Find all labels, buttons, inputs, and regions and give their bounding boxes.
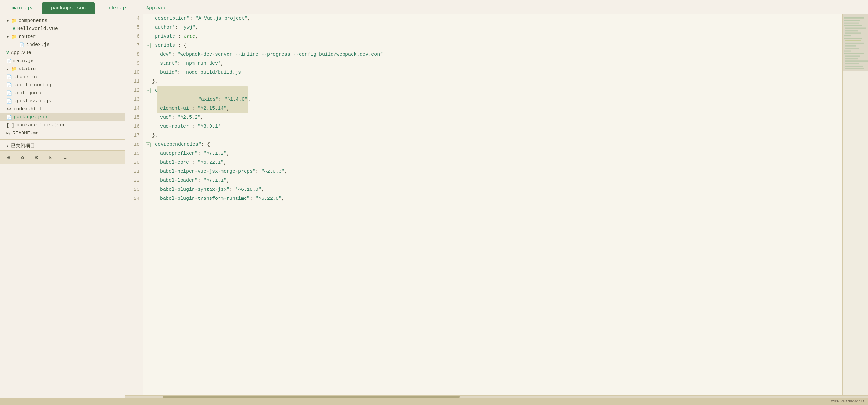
chevron-down-icon: ▾ <box>6 34 9 39</box>
code-line-17: }, <box>146 131 840 140</box>
router-label: router <box>18 34 36 39</box>
file-icon: 📄 <box>6 82 12 88</box>
line-num-13: 13 <box>128 95 140 104</box>
sidebar-toolbar-git[interactable]: ♻ <box>18 153 27 162</box>
line-num-6: 6 <box>128 32 140 41</box>
helloworld-label: HelloWorld.vue <box>18 26 58 31</box>
json-file-icon: [ ] <box>6 123 14 128</box>
code-line-24: "babel-plugin-transform-runtime": "^6.22… <box>146 194 840 203</box>
babelrc-label: .babelrc <box>14 74 37 80</box>
line-num-12: 12 <box>128 86 140 95</box>
sidebar-item-package-lock[interactable]: [ ] package-lock.json <box>0 121 125 129</box>
indent-guide <box>146 196 152 201</box>
line-num-10: 10 <box>128 68 140 77</box>
line-num-18: 18 <box>128 140 140 149</box>
line-num-15: 15 <box>128 113 140 122</box>
code-line-4: "description": "A Vue.js project", <box>146 14 840 23</box>
line-num-24: 24 <box>128 194 140 203</box>
router-index-label: index.js <box>26 42 50 48</box>
code-line-21: "babel-helper-vue-jsx-merge-props": "^2.… <box>146 167 840 176</box>
indent-guide <box>146 97 152 102</box>
minimap <box>842 14 868 395</box>
postcssrc-label: .postcssrc.js <box>14 98 52 104</box>
tab-bar: main.js package.json index.js App.vue <box>0 0 868 14</box>
status-bar: CSDN @Kiddddddlt <box>0 398 868 405</box>
sidebar-item-helloworld[interactable]: V HelloWorld.vue <box>0 25 125 33</box>
sidebar-toolbar-file[interactable]: ⊞ <box>4 153 13 162</box>
tab-index-js[interactable]: index.js <box>95 2 136 14</box>
line-num-22: 22 <box>128 176 140 185</box>
fold-button-12[interactable]: − <box>146 88 151 93</box>
code-line-19: "autoprefixer": "^7.1.2", <box>146 149 840 158</box>
sidebar-item-babelrc[interactable]: 📄 .babelrc <box>0 73 125 81</box>
sidebar-item-router-index[interactable]: 📄 index.js <box>0 41 125 49</box>
code-line-22: "babel-loader": "^7.1.1", <box>146 176 840 185</box>
fold-button-7[interactable]: − <box>146 43 151 48</box>
sidebar-item-gitignore[interactable]: 📄 .gitignore <box>0 89 125 97</box>
sidebar-toolbar-terminal[interactable]: ⊡ <box>46 153 55 162</box>
app-container: main.js package.json index.js App.vue ▾ … <box>0 0 868 405</box>
tab-app-vue[interactable]: App.vue <box>137 2 176 14</box>
sidebar-item-components[interactable]: ▾ 📁 components <box>0 17 125 25</box>
line-num-14: 14 <box>128 104 140 113</box>
js-file-icon: 📄 <box>6 98 12 104</box>
svg-rect-21 <box>843 14 868 71</box>
sidebar-item-index-html[interactable]: <> index.html <box>0 105 125 113</box>
sidebar-item-editorconfig[interactable]: 📄 .editorconfig <box>0 81 125 89</box>
tab-package-json[interactable]: package.json <box>42 2 95 14</box>
indent-guide <box>146 160 152 165</box>
line-num-23: 23 <box>128 185 140 194</box>
vue-file-icon: V <box>6 51 9 55</box>
sidebar-item-main-js[interactable]: 📄 main.js <box>0 57 125 65</box>
sidebar-item-postcssrc[interactable]: 📄 .postcssrc.js <box>0 97 125 105</box>
sidebar-toolbar-debug[interactable]: ⚙ <box>32 153 41 162</box>
code-line-7: − "scripts": { <box>146 41 840 50</box>
sidebar-toolbar: ⊞ ♻ ⚙ ⊡ ☁ <box>0 150 125 164</box>
package-lock-label: package-lock.json <box>17 122 66 128</box>
tab-main-js[interactable]: main.js <box>3 2 41 14</box>
js-file-icon: 📄 <box>19 42 24 48</box>
code-line-13: "axios": "^1.4.0" , <box>146 95 840 104</box>
line-num-19: 19 <box>128 149 140 158</box>
code-line-14: "element-ui": "^2.15.14", <box>146 104 840 113</box>
chevron-right-icon: ▸ <box>6 66 9 72</box>
line-num-17: 17 <box>128 131 140 140</box>
folder-icon: 📁 <box>11 34 17 39</box>
main-js-label: main.js <box>13 58 34 64</box>
sidebar-item-package-json[interactable]: 📄 package.json <box>0 113 125 121</box>
code-line-9: "start": "npm run dev", <box>146 59 840 68</box>
line-numbers: 4 5 6 7 8 9 10 11 12 13 14 15 16 17 18 1… <box>125 14 143 395</box>
code-line-6: "private": true, <box>146 32 840 41</box>
status-text: CSDN @Kiddddddlt <box>831 400 865 403</box>
code-line-10: "build": "node build/build.js" <box>146 68 840 77</box>
sidebar: ▾ 📁 components V HelloWorld.vue ▾ 📁 rout… <box>0 14 125 398</box>
gitignore-label: .gitignore <box>14 90 43 96</box>
sidebar-item-closed-projects[interactable]: ▸ 已关闭项目 <box>0 142 125 150</box>
tab-index-js-label: index.js <box>104 5 128 11</box>
line-num-20: 20 <box>128 158 140 167</box>
line-num-4: 4 <box>128 14 140 23</box>
scrollbar-thumb[interactable] <box>163 396 460 398</box>
sidebar-toolbar-cloud[interactable]: ☁ <box>60 153 69 162</box>
html-file-icon: <> <box>6 107 11 112</box>
fold-button-18[interactable]: − <box>146 142 151 147</box>
code-line-23: "babel-plugin-syntax-jsx": "^6.18.0", <box>146 185 840 194</box>
closed-projects-label: 已关闭项目 <box>11 143 35 149</box>
indent-guide <box>146 187 152 192</box>
code-line-12: − "dependencies": { <box>146 86 840 95</box>
sidebar-item-readme[interactable]: M↓ README.md <box>0 129 125 137</box>
readme-label: README.md <box>12 131 38 136</box>
horizontal-scrollbar[interactable] <box>125 395 868 398</box>
package-json-label: package.json <box>14 115 49 120</box>
code-lines[interactable]: "description": "A Vue.js project", "auth… <box>143 14 842 395</box>
file-icon: 📄 <box>6 74 12 80</box>
tab-package-json-label: package.json <box>51 5 86 11</box>
sidebar-item-static[interactable]: ▸ 📁 static <box>0 65 125 73</box>
code-container[interactable]: 4 5 6 7 8 9 10 11 12 13 14 15 16 17 18 1… <box>125 14 868 395</box>
js-file-icon: 📄 <box>6 59 11 64</box>
code-line-15: "vue": "^2.5.2", <box>146 113 840 122</box>
sidebar-item-app-vue[interactable]: V App.vue <box>0 49 125 57</box>
sidebar-item-router[interactable]: ▾ 📁 router <box>0 33 125 41</box>
code-line-20: "babel-core": "^6.22.1", <box>146 158 840 167</box>
components-label: components <box>18 18 47 24</box>
